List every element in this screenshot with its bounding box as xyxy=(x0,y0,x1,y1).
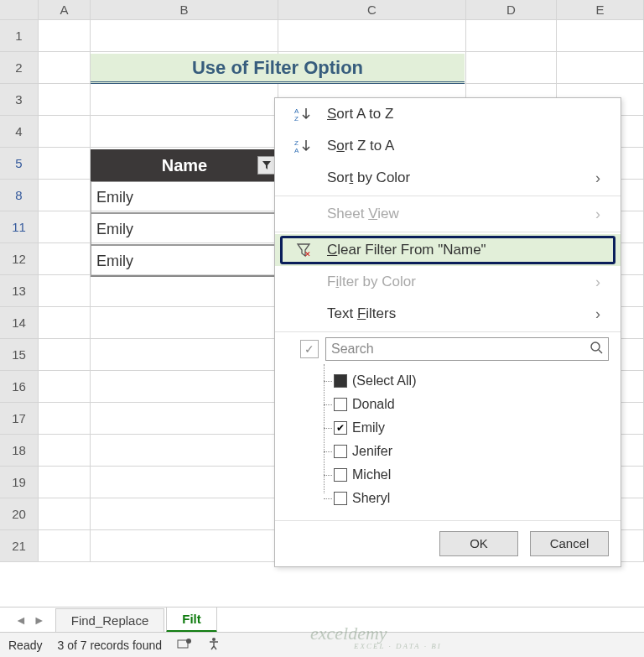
filter-item[interactable]: Sheryl xyxy=(334,487,609,510)
select-all-toggle[interactable]: ✓ xyxy=(300,340,319,358)
column-header-row: A B C D E xyxy=(0,0,644,20)
chevron-right-icon: › xyxy=(595,274,621,291)
row-header[interactable]: 2 xyxy=(0,52,39,84)
chevron-right-icon: › xyxy=(595,206,621,223)
filter-item-label: Michel xyxy=(352,467,391,482)
filter-item-select-all[interactable]: (Select All) xyxy=(334,369,609,393)
tab-prev-icon[interactable]: ◄ xyxy=(15,613,27,627)
accessibility-icon[interactable] xyxy=(207,637,221,654)
svg-text:Z: Z xyxy=(294,139,299,147)
filter-dropdown-menu: AZ Sort A to Z ZA Sort Z to A Sort by Co… xyxy=(274,97,621,567)
menu-text-filters[interactable]: Text Filters › xyxy=(275,298,621,330)
svg-text:A: A xyxy=(294,147,299,154)
row-header[interactable]: 5 xyxy=(0,148,39,180)
chevron-right-icon: › xyxy=(595,305,621,323)
menu-filter-by-color: Filter by Color › xyxy=(275,266,621,298)
menu-label: Sort by Color xyxy=(320,169,595,186)
ok-button[interactable]: OK xyxy=(439,531,518,556)
data-cell[interactable]: Emily xyxy=(91,213,278,245)
row-header-column: 1 2 3 4 5 8 11 12 13 14 15 16 17 18 19 2… xyxy=(0,20,39,562)
col-header-D[interactable]: D xyxy=(466,0,557,19)
menu-clear-filter[interactable]: ✕ Clear Filter From "Name" xyxy=(275,234,621,266)
filter-item-label: Donald xyxy=(352,397,395,412)
col-header-E[interactable]: E xyxy=(557,0,644,19)
status-records-found: 3 of 7 records found xyxy=(57,639,162,652)
checkbox-unchecked[interactable] xyxy=(334,468,347,482)
checkbox-unchecked[interactable] xyxy=(334,398,347,411)
svg-text:A: A xyxy=(294,107,299,115)
filter-item[interactable]: Emily xyxy=(334,416,609,440)
cancel-button[interactable]: Cancel xyxy=(530,531,609,556)
table-header-label: Name xyxy=(162,156,207,175)
sheet-tab[interactable]: Find_Replace xyxy=(55,608,165,632)
menu-label: Filter by Color xyxy=(320,274,595,290)
menu-sort-by-color[interactable]: Sort by Color › xyxy=(275,162,621,194)
row-header[interactable]: 12 xyxy=(0,243,39,275)
row-header[interactable]: 3 xyxy=(0,84,39,116)
data-cell[interactable]: Emily xyxy=(91,245,278,277)
sheet-tab-bar: ◄► Find_Replace Filt xyxy=(0,607,644,632)
search-placeholder: Search xyxy=(331,342,589,357)
chevron-right-icon: › xyxy=(595,169,621,187)
tab-nav[interactable]: ◄► xyxy=(7,613,54,627)
sheet-tab-active[interactable]: Filt xyxy=(166,607,217,633)
status-ready: Ready xyxy=(8,639,42,652)
data-cell[interactable]: Emily xyxy=(91,181,278,213)
filter-item[interactable]: Michel xyxy=(334,463,609,487)
clear-filter-icon: ✕ xyxy=(287,242,320,258)
filter-icon xyxy=(262,160,272,170)
filter-item-label: Sheryl xyxy=(352,491,390,506)
row-header[interactable]: 1 xyxy=(0,20,39,52)
menu-label: Sort Z to A xyxy=(320,138,621,154)
filter-item[interactable]: Jenifer xyxy=(334,440,609,463)
row-header[interactable]: 4 xyxy=(0,116,39,148)
row-header[interactable]: 17 xyxy=(0,403,39,435)
col-header-B[interactable]: B xyxy=(91,0,278,19)
row-header[interactable]: 20 xyxy=(0,498,39,530)
svg-point-7 xyxy=(186,639,191,644)
row-header[interactable]: 15 xyxy=(0,339,39,371)
row-header[interactable]: 8 xyxy=(0,180,39,211)
row-header[interactable]: 16 xyxy=(0,371,39,403)
checkbox-indeterminate[interactable] xyxy=(334,374,347,388)
svg-point-8 xyxy=(212,638,216,641)
svg-text:✕: ✕ xyxy=(304,250,311,258)
macro-record-icon[interactable] xyxy=(177,638,192,653)
row-header[interactable]: 13 xyxy=(0,275,39,307)
svg-point-5 xyxy=(591,342,600,351)
filter-item-label: Jenifer xyxy=(352,444,392,459)
filter-item-label: (Select All) xyxy=(352,373,416,388)
row-header[interactable]: 14 xyxy=(0,307,39,339)
checkbox-checked[interactable] xyxy=(334,421,347,435)
filter-item[interactable]: Donald xyxy=(334,393,609,416)
title-banner: Use of Filter Option xyxy=(91,54,465,84)
table-header-name[interactable]: Name xyxy=(91,149,278,181)
col-header-A[interactable]: A xyxy=(39,0,91,19)
filter-search-input[interactable]: Search xyxy=(325,337,609,361)
menu-label: Text Filters xyxy=(320,305,595,322)
filter-dropdown-button[interactable] xyxy=(257,156,276,175)
sort-az-icon: AZ xyxy=(287,107,320,122)
menu-sort-za[interactable]: ZA Sort Z to A xyxy=(275,130,621,162)
row-header[interactable]: 19 xyxy=(0,467,39,498)
menu-label: Sort A to Z xyxy=(320,106,621,123)
tab-next-icon[interactable]: ► xyxy=(34,613,45,627)
menu-sort-az[interactable]: AZ Sort A to Z xyxy=(275,98,621,130)
menu-label: Sheet View xyxy=(320,206,595,222)
checkbox-unchecked[interactable] xyxy=(334,492,347,505)
search-icon xyxy=(589,341,603,357)
checkbox-unchecked[interactable] xyxy=(334,445,347,458)
menu-sheet-view: Sheet View › xyxy=(275,198,621,230)
svg-text:Z: Z xyxy=(294,115,299,122)
filter-checkbox-tree: (Select All) Donald Emily Jenifer Michel… xyxy=(275,364,621,520)
row-header[interactable]: 21 xyxy=(0,530,39,562)
status-bar: Ready 3 of 7 records found xyxy=(0,632,644,657)
row-header[interactable]: 11 xyxy=(0,211,39,243)
filter-item-label: Emily xyxy=(352,420,385,435)
menu-label: Clear Filter From "Name" xyxy=(320,242,621,258)
col-header-C[interactable]: C xyxy=(278,0,466,19)
sort-za-icon: ZA xyxy=(287,138,320,154)
row-header[interactable]: 18 xyxy=(0,435,39,467)
select-all-corner[interactable] xyxy=(0,0,39,19)
